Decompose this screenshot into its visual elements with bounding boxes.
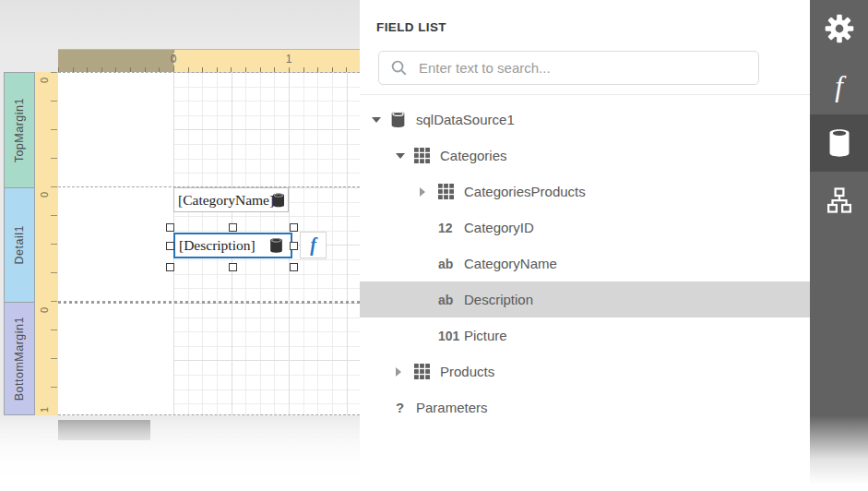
tree-item-label: Description xyxy=(464,292,533,307)
gear-icon xyxy=(824,13,855,44)
label-control-description[interactable]: [Description] xyxy=(173,233,292,258)
control-text: [CategoryName] xyxy=(178,192,274,209)
field-list-tab[interactable] xyxy=(810,114,868,172)
band-label: TopMargin1 xyxy=(13,98,26,162)
field-list-panel: FIELD LIST sqlDataSource1 xyxy=(360,0,810,491)
tree-item-parameters[interactable]: ? Parameters xyxy=(360,389,810,425)
chevron-right-icon[interactable] xyxy=(396,367,401,377)
band-strip: TopMargin1 Detail1 BottomMargin1 xyxy=(4,72,35,415)
question-icon: ? xyxy=(396,400,414,415)
divider xyxy=(360,94,810,95)
selection-handle[interactable] xyxy=(166,223,174,232)
selection-handle[interactable] xyxy=(229,263,237,271)
tree-item-label: Parameters xyxy=(416,400,488,415)
tree-item-label: CategoryName xyxy=(464,256,557,271)
selection-handle[interactable] xyxy=(229,223,237,232)
selection-handle[interactable] xyxy=(290,223,298,232)
tree-item-label: CategoryID xyxy=(464,220,534,235)
design-surface: 0 1 TopMargin1 Detail1 BottomMargin1 0 0… xyxy=(0,0,360,491)
search-icon xyxy=(390,59,408,77)
tree-item-categoryname[interactable]: ab CategoryName xyxy=(360,246,810,281)
database-icon xyxy=(825,127,854,159)
ruler-number: 0 xyxy=(39,74,50,87)
chevron-down-icon[interactable] xyxy=(372,117,381,123)
band-label: BottomMargin1 xyxy=(13,317,26,401)
expression-button[interactable]: f xyxy=(300,232,327,258)
text-type-icon: ab xyxy=(438,293,462,307)
band-splitter[interactable] xyxy=(58,301,360,304)
tree-item-label: CategoriesProducts xyxy=(464,184,586,199)
horizontal-scrollbar-thumb[interactable] xyxy=(58,420,150,440)
table-icon xyxy=(414,364,430,379)
function-icon: f xyxy=(835,72,843,101)
control-text: [Description] xyxy=(179,237,256,254)
label-control-category-name[interactable]: [CategoryName] xyxy=(173,187,289,212)
selection-handle[interactable] xyxy=(290,242,298,250)
tree-item-categories[interactable]: Categories xyxy=(360,138,810,174)
database-icon xyxy=(390,111,406,128)
tree-item-picture[interactable]: 101 Picture xyxy=(360,317,810,353)
ruler-number: 1 xyxy=(286,53,292,66)
expressions-tab[interactable]: f xyxy=(810,57,868,114)
ruler-number: 1 xyxy=(39,403,50,416)
report-designer: 0 1 TopMargin1 Detail1 BottomMargin1 0 0… xyxy=(0,0,868,491)
table-icon xyxy=(438,184,454,199)
tree-item-categoryid[interactable]: 12 CategoryID xyxy=(360,210,810,246)
data-binding-icon xyxy=(269,237,283,254)
band-separator xyxy=(58,72,360,73)
number-type-icon: 12 xyxy=(438,221,462,235)
binary-type-icon: 101 xyxy=(438,329,462,343)
search-box[interactable] xyxy=(378,51,759,85)
ruler-zero-mark xyxy=(173,50,174,73)
tree-item-label: Categories xyxy=(440,148,507,163)
report-explorer-tab[interactable] xyxy=(810,172,868,229)
tree-item-label: Products xyxy=(440,364,494,379)
horizontal-ruler: 0 1 xyxy=(58,49,360,72)
function-icon: f xyxy=(310,234,316,256)
properties-tab[interactable] xyxy=(810,0,868,57)
band-bottom-margin[interactable]: BottomMargin1 xyxy=(5,303,34,414)
vertical-ruler: 0 0 0 1 xyxy=(35,72,58,415)
tree-item-label: sqlDataSource1 xyxy=(416,112,515,127)
band-detail[interactable]: Detail1 xyxy=(5,187,34,303)
text-type-icon: ab xyxy=(438,257,462,271)
ruler-number: 0 xyxy=(39,304,50,317)
tree-item-products[interactable]: Products xyxy=(360,353,810,389)
selection-handle[interactable] xyxy=(166,263,174,271)
table-icon xyxy=(414,148,430,163)
right-toolbar: f xyxy=(810,0,868,491)
band-label: Detail1 xyxy=(13,225,26,264)
band-top-margin[interactable]: TopMargin1 xyxy=(5,73,34,187)
selection-handle[interactable] xyxy=(290,263,298,271)
tree-item-categoriesproducts[interactable]: CategoriesProducts xyxy=(360,174,810,210)
search-input[interactable] xyxy=(419,60,749,76)
tree-item-description[interactable]: ab Description xyxy=(360,281,810,317)
band-separator xyxy=(58,414,360,415)
data-binding-icon xyxy=(272,192,285,208)
tree-item-sqldatasource[interactable]: sqlDataSource1 xyxy=(360,102,810,138)
selection-handle[interactable] xyxy=(166,242,174,250)
chevron-right-icon[interactable] xyxy=(420,187,425,197)
panel-title: FIELD LIST xyxy=(376,20,446,34)
chevron-down-icon[interactable] xyxy=(396,153,405,159)
ruler-ticks xyxy=(51,72,57,415)
ruler-number: 0 xyxy=(39,188,50,201)
structure-icon xyxy=(826,186,853,214)
field-tree: sqlDataSource1 Categories xyxy=(360,102,810,425)
tree-item-label: Picture xyxy=(464,328,507,343)
